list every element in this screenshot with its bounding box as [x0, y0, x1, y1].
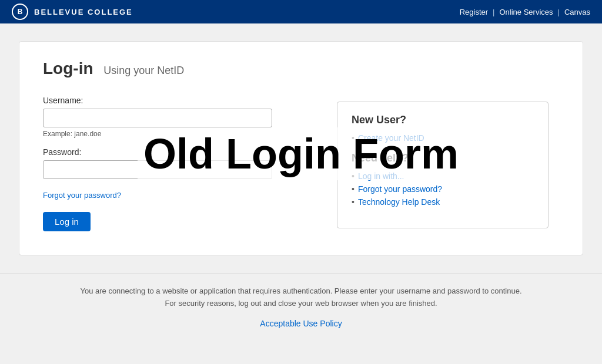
username-group: Username: Example: jane.doe: [43, 96, 313, 138]
username-hint: Example: jane.doe: [43, 130, 313, 138]
login-card: Log-in Using your NetID Old Login Form U…: [19, 41, 583, 255]
online-services-link[interactable]: Online Services: [499, 8, 553, 16]
need-help-title: Need help?: [352, 152, 534, 164]
password-group: Password:: [43, 147, 313, 179]
header: B BELLEVUE COLLEGE Register | Online Ser…: [0, 0, 602, 23]
help-item-2: Technology Help Desk: [352, 197, 534, 207]
login-button[interactable]: Log in: [43, 212, 91, 231]
tech-help-desk-link[interactable]: Technology Help Desk: [358, 197, 440, 207]
new-user-title: New User?: [352, 114, 534, 126]
page-title: Log-in Using your NetID: [43, 59, 559, 78]
username-input[interactable]: [43, 109, 272, 127]
logo-circle: B: [12, 4, 28, 20]
footer-line-2: For security reasons, log out and close …: [165, 299, 437, 308]
new-user-list: Create your NetID: [352, 133, 534, 143]
password-label: Password:: [43, 147, 313, 157]
logo-letter: B: [18, 8, 23, 16]
logo-area: B BELLEVUE COLLEGE: [12, 4, 133, 20]
logo-text: BELLEVUE COLLEGE: [34, 8, 133, 16]
footer-text: You are connecting to a website or appli…: [48, 285, 554, 310]
create-netid-item: Create your NetID: [352, 133, 534, 143]
forgot-password-panel-link[interactable]: Forgot your password?: [358, 184, 442, 194]
footer-line-1: You are connecting to a website or appli…: [80, 287, 521, 295]
canvas-link[interactable]: Canvas: [564, 8, 590, 16]
create-netid-link[interactable]: Create your NetID: [358, 133, 424, 143]
password-input[interactable]: [43, 160, 272, 179]
forgot-password-link[interactable]: Forgot your password?: [43, 191, 121, 200]
page-title-main: Log-in: [43, 59, 93, 77]
need-help-list: Log in with... Forgot your password? Tec…: [352, 171, 534, 207]
help-item-0: Log in with...: [352, 171, 534, 181]
username-label: Username:: [43, 96, 313, 105]
main-wrapper: Log-in Using your NetID Old Login Form U…: [0, 23, 602, 267]
page-title-sub: Using your NetID: [103, 65, 184, 76]
acceptable-use-policy-link[interactable]: Acceptable Use Policy: [260, 319, 342, 328]
register-link[interactable]: Register: [460, 8, 488, 16]
nav-separator-2: |: [558, 8, 560, 16]
help-panel: New User? Create your NetID Need help? L…: [337, 102, 549, 228]
login-with-link[interactable]: Log in with...: [358, 171, 404, 181]
nav-separator-1: |: [493, 8, 494, 16]
login-form: Username: Example: jane.doe Password: Fo…: [43, 96, 313, 231]
help-item-1: Forgot your password?: [352, 184, 534, 194]
content-layout: Username: Example: jane.doe Password: Fo…: [43, 96, 559, 231]
header-nav: Register | Online Services | Canvas: [460, 8, 590, 16]
footer: You are connecting to a website or appli…: [0, 273, 602, 341]
